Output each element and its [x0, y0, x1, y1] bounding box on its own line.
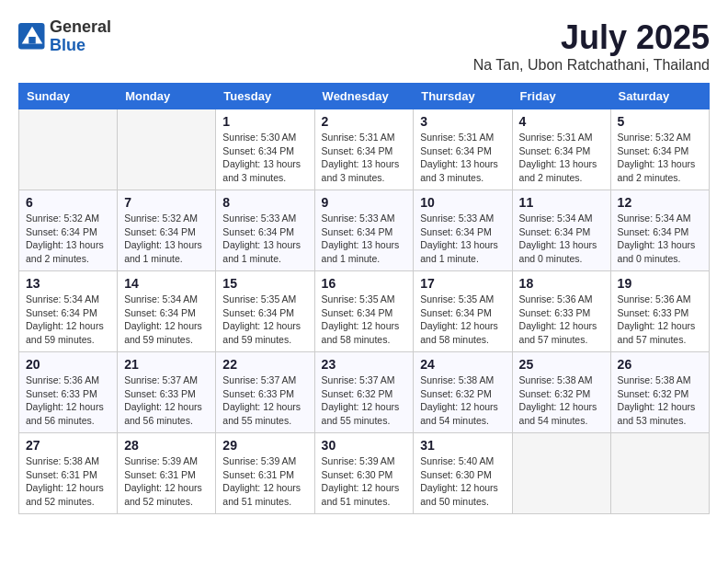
weekday-header-row: SundayMondayTuesdayWednesdayThursdayFrid…: [19, 84, 710, 109]
day-number: 23: [322, 357, 407, 372]
day-info: Sunrise: 5:38 AMSunset: 6:32 PMDaylight:…: [420, 373, 505, 428]
svg-rect-2: [28, 37, 36, 44]
day-info: Sunrise: 5:39 AMSunset: 6:31 PMDaylight:…: [124, 454, 209, 509]
day-info: Sunrise: 5:38 AMSunset: 6:32 PMDaylight:…: [519, 373, 604, 428]
day-number: 24: [420, 357, 505, 372]
day-info: Sunrise: 5:31 AMSunset: 6:34 PMDaylight:…: [322, 131, 407, 185]
calendar-cell: 4Sunrise: 5:31 AMSunset: 6:34 PMDaylight…: [512, 109, 610, 190]
logo-blue-text: Blue: [50, 37, 111, 55]
day-number: 22: [222, 357, 307, 372]
day-info: Sunrise: 5:37 AMSunset: 6:33 PMDaylight:…: [222, 373, 307, 428]
logo-icon: [18, 23, 46, 51]
weekday-header-sunday: Sunday: [19, 84, 118, 109]
week-row-4: 20Sunrise: 5:36 AMSunset: 6:33 PMDayligh…: [19, 352, 710, 433]
calendar-cell: 12Sunrise: 5:34 AMSunset: 6:34 PMDayligh…: [610, 190, 709, 271]
calendar-cell: 5Sunrise: 5:32 AMSunset: 6:34 PMDaylight…: [610, 109, 709, 190]
week-row-1: 1Sunrise: 5:30 AMSunset: 6:34 PMDaylight…: [19, 109, 710, 190]
day-info: Sunrise: 5:37 AMSunset: 6:33 PMDaylight:…: [124, 373, 209, 428]
calendar-cell: 6Sunrise: 5:32 AMSunset: 6:34 PMDaylight…: [19, 190, 118, 271]
title-block: July 2025 Na Tan, Ubon Ratchathani, Thai…: [473, 18, 710, 74]
calendar-cell: 8Sunrise: 5:33 AMSunset: 6:34 PMDaylight…: [216, 190, 314, 271]
day-number: 21: [124, 357, 209, 372]
day-info: Sunrise: 5:36 AMSunset: 6:33 PMDaylight:…: [26, 373, 110, 428]
day-number: 11: [519, 195, 604, 210]
day-number: 12: [618, 195, 702, 210]
calendar-cell: 18Sunrise: 5:36 AMSunset: 6:33 PMDayligh…: [512, 271, 610, 352]
day-info: Sunrise: 5:32 AMSunset: 6:34 PMDaylight:…: [618, 131, 702, 185]
week-row-3: 13Sunrise: 5:34 AMSunset: 6:34 PMDayligh…: [19, 271, 710, 352]
calendar-cell: [118, 109, 216, 190]
calendar-cell: 26Sunrise: 5:38 AMSunset: 6:32 PMDayligh…: [610, 352, 709, 433]
calendar-cell: 19Sunrise: 5:36 AMSunset: 6:33 PMDayligh…: [610, 271, 709, 352]
day-number: 8: [222, 195, 307, 210]
day-number: 9: [322, 195, 407, 210]
day-info: Sunrise: 5:33 AMSunset: 6:34 PMDaylight:…: [322, 212, 407, 266]
day-number: 20: [26, 357, 110, 372]
day-number: 18: [519, 276, 604, 291]
calendar-cell: 14Sunrise: 5:34 AMSunset: 6:34 PMDayligh…: [118, 271, 216, 352]
day-info: Sunrise: 5:38 AMSunset: 6:32 PMDaylight:…: [618, 373, 702, 428]
day-info: Sunrise: 5:39 AMSunset: 6:31 PMDaylight:…: [222, 454, 307, 509]
day-info: Sunrise: 5:32 AMSunset: 6:34 PMDaylight:…: [26, 212, 110, 266]
calendar-cell: 11Sunrise: 5:34 AMSunset: 6:34 PMDayligh…: [512, 190, 610, 271]
weekday-header-friday: Friday: [512, 84, 610, 109]
calendar-cell: 28Sunrise: 5:39 AMSunset: 6:31 PMDayligh…: [118, 433, 216, 514]
day-info: Sunrise: 5:39 AMSunset: 6:30 PMDaylight:…: [322, 454, 407, 509]
month-title: July 2025: [473, 18, 710, 57]
day-info: Sunrise: 5:35 AMSunset: 6:34 PMDaylight:…: [420, 293, 505, 347]
day-number: 3: [420, 114, 505, 129]
calendar-cell: [19, 109, 118, 190]
calendar-cell: [610, 433, 709, 514]
day-number: 30: [322, 438, 407, 453]
calendar-cell: 17Sunrise: 5:35 AMSunset: 6:34 PMDayligh…: [414, 271, 512, 352]
day-info: Sunrise: 5:31 AMSunset: 6:34 PMDaylight:…: [519, 131, 604, 185]
day-info: Sunrise: 5:38 AMSunset: 6:31 PMDaylight:…: [26, 454, 110, 509]
day-info: Sunrise: 5:32 AMSunset: 6:34 PMDaylight:…: [124, 212, 209, 266]
calendar-cell: 10Sunrise: 5:33 AMSunset: 6:34 PMDayligh…: [414, 190, 512, 271]
day-number: 5: [618, 114, 702, 129]
day-number: 14: [124, 276, 209, 291]
day-number: 13: [26, 276, 110, 291]
day-number: 6: [26, 195, 110, 210]
location: Na Tan, Ubon Ratchathani, Thailand: [473, 57, 710, 74]
weekday-header-monday: Monday: [118, 84, 216, 109]
day-info: Sunrise: 5:34 AMSunset: 6:34 PMDaylight:…: [26, 293, 110, 347]
day-info: Sunrise: 5:34 AMSunset: 6:34 PMDaylight:…: [618, 212, 702, 266]
calendar-table: SundayMondayTuesdayWednesdayThursdayFrid…: [18, 83, 710, 514]
calendar-cell: 15Sunrise: 5:35 AMSunset: 6:34 PMDayligh…: [216, 271, 314, 352]
week-row-2: 6Sunrise: 5:32 AMSunset: 6:34 PMDaylight…: [19, 190, 710, 271]
calendar-cell: 9Sunrise: 5:33 AMSunset: 6:34 PMDaylight…: [314, 190, 414, 271]
day-info: Sunrise: 5:33 AMSunset: 6:34 PMDaylight:…: [420, 212, 505, 266]
day-number: 25: [519, 357, 604, 372]
day-number: 4: [519, 114, 604, 129]
day-info: Sunrise: 5:36 AMSunset: 6:33 PMDaylight:…: [618, 293, 702, 347]
day-info: Sunrise: 5:34 AMSunset: 6:34 PMDaylight:…: [124, 293, 209, 347]
day-number: 28: [124, 438, 209, 453]
day-number: 26: [618, 357, 702, 372]
day-number: 19: [618, 276, 702, 291]
calendar-cell: 1Sunrise: 5:30 AMSunset: 6:34 PMDaylight…: [216, 109, 314, 190]
calendar-cell: 7Sunrise: 5:32 AMSunset: 6:34 PMDaylight…: [118, 190, 216, 271]
calendar-cell: 3Sunrise: 5:31 AMSunset: 6:34 PMDaylight…: [414, 109, 512, 190]
calendar-cell: 25Sunrise: 5:38 AMSunset: 6:32 PMDayligh…: [512, 352, 610, 433]
day-info: Sunrise: 5:35 AMSunset: 6:34 PMDaylight:…: [322, 293, 407, 347]
day-number: 16: [322, 276, 407, 291]
day-number: 17: [420, 276, 505, 291]
logo: General Blue: [18, 18, 111, 55]
calendar-cell: 29Sunrise: 5:39 AMSunset: 6:31 PMDayligh…: [216, 433, 314, 514]
day-number: 7: [124, 195, 209, 210]
calendar-cell: 21Sunrise: 5:37 AMSunset: 6:33 PMDayligh…: [118, 352, 216, 433]
page-header: General Blue July 2025 Na Tan, Ubon Ratc…: [18, 18, 710, 74]
day-info: Sunrise: 5:35 AMSunset: 6:34 PMDaylight:…: [222, 293, 307, 347]
logo-general-text: General: [50, 18, 111, 37]
calendar-cell: 16Sunrise: 5:35 AMSunset: 6:34 PMDayligh…: [314, 271, 414, 352]
weekday-header-tuesday: Tuesday: [216, 84, 314, 109]
calendar-cell: 31Sunrise: 5:40 AMSunset: 6:30 PMDayligh…: [414, 433, 512, 514]
calendar-cell: 24Sunrise: 5:38 AMSunset: 6:32 PMDayligh…: [414, 352, 512, 433]
day-info: Sunrise: 5:31 AMSunset: 6:34 PMDaylight:…: [420, 131, 505, 185]
week-row-5: 27Sunrise: 5:38 AMSunset: 6:31 PMDayligh…: [19, 433, 710, 514]
weekday-header-saturday: Saturday: [610, 84, 709, 109]
calendar-cell: 20Sunrise: 5:36 AMSunset: 6:33 PMDayligh…: [19, 352, 118, 433]
calendar-cell: 27Sunrise: 5:38 AMSunset: 6:31 PMDayligh…: [19, 433, 118, 514]
day-info: Sunrise: 5:40 AMSunset: 6:30 PMDaylight:…: [420, 454, 505, 509]
